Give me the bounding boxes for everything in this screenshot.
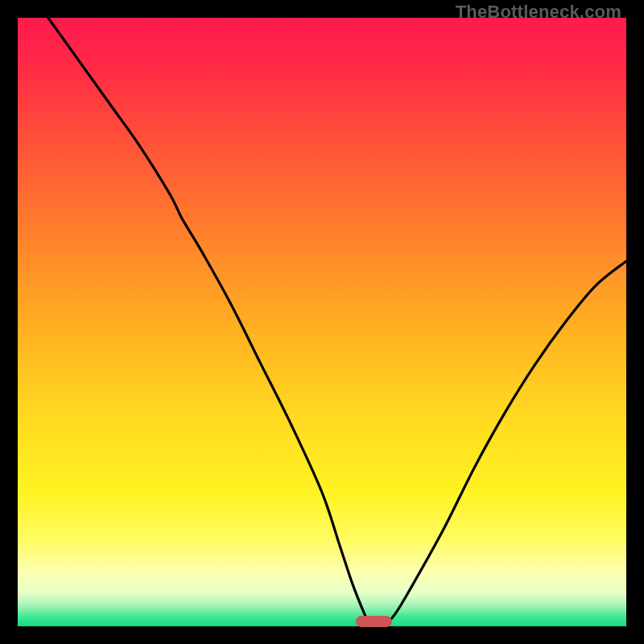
watermark-text: TheBottleneck.com [456,2,621,23]
bottleneck-curve [18,18,626,626]
chart-frame: TheBottleneck.com [0,0,644,644]
optimal-range-marker [356,616,392,627]
plot-area [18,18,626,626]
